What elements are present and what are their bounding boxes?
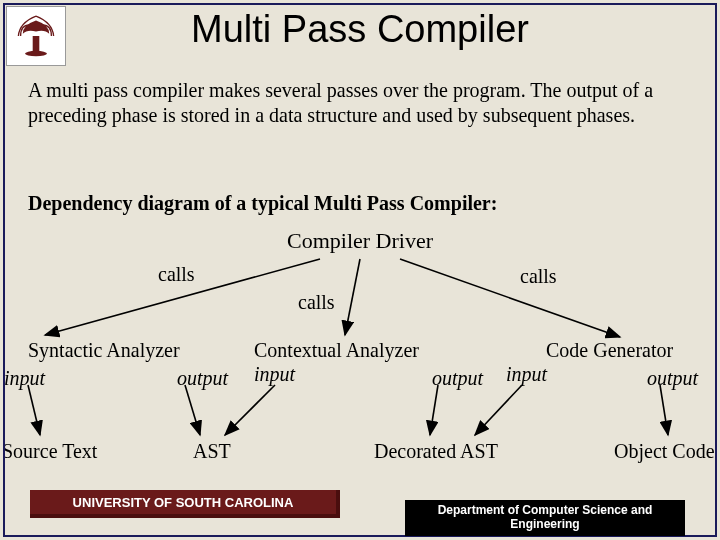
svg-rect-0 — [33, 36, 40, 51]
dependency-diagram: calls calls calls Syntactic Analyzer Con… — [0, 255, 720, 480]
input1-label: input — [4, 367, 45, 390]
svg-line-10 — [660, 385, 668, 435]
output2-label: output — [432, 367, 483, 390]
object-code-label: Object Code — [614, 440, 715, 463]
svg-line-8 — [430, 385, 438, 435]
svg-line-9 — [475, 385, 522, 435]
crest-icon — [14, 14, 58, 58]
output1-label: output — [177, 367, 228, 390]
university-logo — [6, 6, 66, 66]
contextual-analyzer-label: Contextual Analyzer — [254, 339, 419, 362]
diagram-arrows — [0, 255, 720, 480]
svg-line-7 — [225, 385, 275, 435]
output3-label: output — [647, 367, 698, 390]
calls-mid-label: calls — [298, 291, 335, 314]
compiler-driver-label: Compiler Driver — [0, 228, 720, 254]
code-generator-label: Code Generator — [546, 339, 673, 362]
source-text-label: Source Text — [2, 440, 97, 463]
slide-title: Multi Pass Compiler — [0, 8, 720, 51]
decorated-ast-label: Decorated AST — [374, 440, 498, 463]
calls-left-label: calls — [158, 263, 195, 286]
footer-university: UNIVERSITY OF SOUTH CAROLINA — [30, 490, 340, 518]
ast-label: AST — [193, 440, 231, 463]
footer-department: Department of Computer Science and Engin… — [405, 500, 685, 536]
svg-point-1 — [25, 51, 47, 57]
input3-label: input — [506, 363, 547, 386]
diagram-heading: Dependency diagram of a typical Multi Pa… — [28, 192, 497, 215]
body-paragraph: A multi pass compiler makes several pass… — [28, 78, 692, 128]
svg-line-3 — [345, 259, 360, 335]
calls-right-label: calls — [520, 265, 557, 288]
input2-label: input — [254, 363, 295, 386]
svg-line-6 — [185, 385, 200, 435]
svg-line-5 — [28, 385, 40, 435]
svg-line-4 — [400, 259, 620, 337]
syntactic-analyzer-label: Syntactic Analyzer — [28, 339, 180, 362]
